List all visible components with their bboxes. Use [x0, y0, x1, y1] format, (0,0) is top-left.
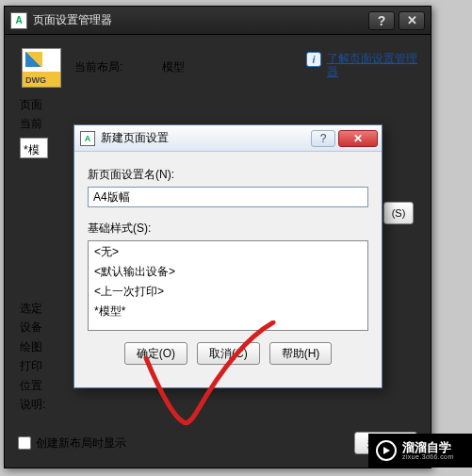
- watermark-cn: 溜溜自学: [402, 441, 454, 453]
- app-icon: A: [80, 131, 95, 146]
- list-item[interactable]: <默认输出设备>: [89, 262, 367, 282]
- mid-label: 说明:: [20, 395, 45, 414]
- outer-titlebar[interactable]: A 页面设置管理器 ? ✕: [5, 7, 431, 35]
- current-layout-label: 当前布局:: [74, 59, 122, 75]
- outer-help-button[interactable]: ?: [368, 11, 395, 30]
- inner-titlebar[interactable]: A 新建页面设置 ? ✕: [74, 125, 382, 152]
- dwg-icon: [22, 48, 61, 88]
- base-style-label: 基础样式(S):: [88, 221, 368, 237]
- play-icon: [376, 440, 397, 461]
- trunc-label-2: 当前: [20, 114, 48, 133]
- mid-label: 绘图: [20, 337, 45, 356]
- watermark-en: zixue.3d66.com: [402, 453, 454, 460]
- outer-close-button[interactable]: ✕: [399, 11, 425, 30]
- cancel-button[interactable]: 取消(C): [197, 342, 260, 365]
- inner-help-button[interactable]: ?: [311, 130, 335, 147]
- listbox-stub[interactable]: *模: [20, 138, 48, 158]
- list-item[interactable]: *模型*: [89, 302, 367, 321]
- help-button[interactable]: 帮助(H): [269, 342, 333, 365]
- current-layout-value: 模型: [162, 59, 185, 75]
- show-on-new-layout-checkbox[interactable]: 创建新布局时显示: [18, 435, 126, 451]
- info-link[interactable]: i 了解页面设置管理器: [306, 52, 417, 79]
- new-page-setup-dialog: A 新建页面设置 ? ✕ 新页面设置名(N): 基础样式(S): <无> <默认…: [73, 124, 382, 388]
- mid-label: 选定: [20, 299, 45, 318]
- app-icon: A: [10, 12, 27, 29]
- inner-close-button[interactable]: ✕: [338, 130, 378, 147]
- ok-button[interactable]: 确定(O): [124, 342, 187, 365]
- list-item[interactable]: <无>: [89, 242, 367, 262]
- show-on-new-layout-input[interactable]: [18, 436, 31, 450]
- show-on-new-layout-label: 创建新布局时显示: [36, 435, 126, 451]
- base-style-listbox[interactable]: <无> <默认输出设备> <上一次打印> *模型*: [88, 240, 368, 331]
- list-item[interactable]: <上一次打印>: [89, 282, 367, 302]
- svg-marker-0: [383, 447, 390, 454]
- mid-label: 打印: [20, 356, 45, 375]
- mid-label: 位置: [20, 376, 45, 395]
- outer-title-text: 页面设置管理器: [33, 12, 112, 28]
- side-button-stub[interactable]: (S): [383, 202, 414, 224]
- learn-more-link[interactable]: 了解页面设置管理器: [327, 52, 417, 79]
- trunc-label-1: 页面: [20, 95, 48, 114]
- info-icon: i: [306, 52, 321, 67]
- watermark: 溜溜自学 zixue.3d66.com: [368, 434, 472, 468]
- new-name-label: 新页面设置名(N):: [88, 167, 368, 183]
- new-page-setup-name-input[interactable]: [88, 187, 368, 207]
- mid-label: 设备: [20, 318, 45, 336]
- inner-title-text: 新建页面设置: [101, 130, 169, 146]
